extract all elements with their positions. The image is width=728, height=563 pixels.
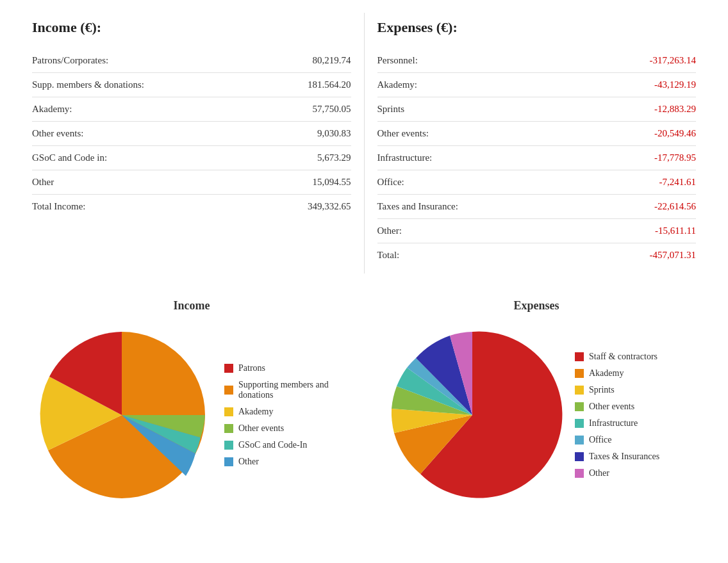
income-legend-label-other-events: Other events bbox=[238, 423, 284, 434]
income-row-other-events: Other events: 9,030.83 bbox=[32, 122, 351, 146]
income-pie-chart bbox=[32, 325, 211, 505]
expenses-label-personnel: Personnel: bbox=[377, 55, 418, 66]
income-value-gsoc: 5,673.29 bbox=[317, 152, 351, 163]
income-legend-other-events: Other events bbox=[224, 423, 351, 434]
income-label-akademy: Akademy: bbox=[32, 104, 72, 115]
expenses-legend-label-office: Office bbox=[589, 435, 612, 445]
income-value-total: 349,332.65 bbox=[308, 201, 351, 212]
expenses-chart-title: Expenses bbox=[513, 299, 559, 313]
expenses-row-other-events: Other events: -20,549.46 bbox=[377, 122, 697, 146]
income-legend-patrons: Patrons bbox=[224, 363, 351, 373]
expenses-value-other-events: -20,549.46 bbox=[654, 128, 696, 139]
expenses-value-taxes: -22,614.56 bbox=[654, 201, 696, 212]
income-row-gsoc: GSoC and Code in: 5,673.29 bbox=[32, 146, 351, 170]
income-legend-label-gsoc: GSoC and Code-In bbox=[238, 440, 307, 450]
expenses-legend-color-other-events bbox=[575, 402, 584, 411]
expenses-pie-chart bbox=[383, 325, 562, 505]
income-value-other-events: 9,030.83 bbox=[317, 128, 351, 139]
expenses-row-taxes: Taxes and Insurance: -22,614.56 bbox=[377, 195, 697, 219]
income-label-total: Total Income: bbox=[32, 201, 86, 212]
expenses-chart-area: Staff & contractors Akademy Sprints Othe… bbox=[383, 325, 690, 505]
income-label-supp: Supp. members & donations: bbox=[32, 79, 144, 90]
income-value-akademy: 57,750.05 bbox=[313, 104, 351, 115]
expenses-value-akademy: -43,129.19 bbox=[654, 79, 696, 90]
income-legend-akademy: Akademy bbox=[224, 407, 351, 417]
income-label-patrons: Patrons/Corporates: bbox=[32, 55, 108, 66]
income-chart-title: Income bbox=[174, 299, 210, 313]
expenses-legend-color-sprints bbox=[575, 386, 584, 395]
income-legend-color-gsoc bbox=[224, 441, 233, 450]
expenses-label-infra: Infrastructure: bbox=[377, 152, 433, 163]
income-label-other: Other bbox=[32, 177, 54, 188]
income-value-supp: 181.564.20 bbox=[308, 79, 351, 90]
expenses-legend-staff: Staff & contractors bbox=[575, 352, 690, 362]
income-label-other-events: Other events: bbox=[32, 128, 83, 139]
expenses-label-other: Other: bbox=[377, 225, 402, 236]
expenses-legend-label-sprints: Sprints bbox=[589, 385, 615, 395]
charts-section: Income bbox=[19, 293, 709, 511]
expenses-label-other-events: Other events: bbox=[377, 128, 429, 139]
income-label-gsoc: GSoC and Code in: bbox=[32, 152, 107, 163]
expenses-legend-color-akademy bbox=[575, 369, 584, 378]
top-section: Income (€): Patrons/Corporates: 80,219.7… bbox=[19, 13, 709, 273]
expenses-label-taxes: Taxes and Insurance: bbox=[377, 201, 458, 212]
expenses-legend-akademy: Akademy bbox=[575, 368, 690, 379]
income-legend-supp: Supporting members and donations bbox=[224, 380, 351, 400]
expenses-row-akademy: Akademy: -43,129.19 bbox=[377, 73, 697, 97]
expenses-legend-taxes: Taxes & Insurances bbox=[575, 452, 690, 462]
income-legend-label-akademy: Akademy bbox=[238, 407, 273, 417]
income-legend-color-patrons bbox=[224, 364, 233, 373]
expenses-legend-color-other bbox=[575, 469, 584, 478]
expenses-legend-office: Office bbox=[575, 435, 690, 445]
expenses-value-sprints: -12,883.29 bbox=[654, 104, 696, 115]
income-legend-label-supp: Supporting members and donations bbox=[238, 380, 351, 400]
expenses-legend-infra: Infrastructure bbox=[575, 418, 690, 428]
income-legend-label-patrons: Patrons bbox=[238, 363, 265, 373]
expenses-row-other: Other: -15,611.11 bbox=[377, 219, 697, 243]
expenses-table: Expenses (€): Personnel: -317,263.14 Aka… bbox=[365, 13, 709, 273]
expenses-legend-sprints: Sprints bbox=[575, 385, 690, 395]
expenses-legend-label-akademy: Akademy bbox=[589, 368, 624, 379]
expenses-value-office: -7,241.61 bbox=[659, 177, 697, 188]
expenses-chart-container: Expenses bbox=[364, 293, 709, 511]
expenses-legend: Staff & contractors Akademy Sprints Othe… bbox=[575, 352, 690, 478]
expenses-legend-label-infra: Infrastructure bbox=[589, 418, 638, 428]
expenses-row-sprints: Sprints -12,883.29 bbox=[377, 97, 697, 122]
income-chart-container: Income bbox=[19, 293, 364, 511]
expenses-legend-color-taxes bbox=[575, 452, 584, 461]
expenses-legend-color-office bbox=[575, 436, 584, 445]
expenses-label-sprints: Sprints bbox=[377, 104, 405, 115]
expenses-value-total: -457,071.31 bbox=[650, 250, 697, 261]
expenses-value-infra: -17,778.95 bbox=[654, 152, 696, 163]
expenses-value-personnel: -317,263.14 bbox=[650, 55, 697, 66]
expenses-value-other: -15,611.11 bbox=[655, 225, 696, 236]
expenses-label-total: Total: bbox=[377, 250, 400, 261]
income-legend-color-supp bbox=[224, 386, 233, 395]
page: Income (€): Patrons/Corporates: 80,219.7… bbox=[0, 0, 728, 563]
expenses-legend-other: Other bbox=[575, 468, 690, 478]
income-value-patrons: 80,219.74 bbox=[313, 55, 351, 66]
income-table: Income (€): Patrons/Corporates: 80,219.7… bbox=[19, 13, 364, 273]
expenses-label-akademy: Akademy: bbox=[377, 79, 417, 90]
expenses-title: Expenses (€): bbox=[377, 19, 697, 36]
income-legend-color-other-events bbox=[224, 424, 233, 433]
income-row-other: Other 15,094.55 bbox=[32, 170, 351, 195]
income-legend-color-other bbox=[224, 457, 233, 466]
expenses-legend-label-staff: Staff & contractors bbox=[589, 352, 658, 362]
expenses-row-personnel: Personnel: -317,263.14 bbox=[377, 49, 697, 73]
expenses-legend-other-events: Other events bbox=[575, 402, 690, 412]
expenses-legend-label-taxes: Taxes & Insurances bbox=[589, 452, 659, 462]
income-value-other: 15,094.55 bbox=[313, 177, 351, 188]
expenses-legend-label-other: Other bbox=[589, 468, 609, 478]
income-legend: Patrons Supporting members and donations… bbox=[224, 363, 351, 467]
income-legend-label-other: Other bbox=[238, 457, 259, 467]
expenses-row-infra: Infrastructure: -17,778.95 bbox=[377, 146, 697, 170]
expenses-legend-color-infra bbox=[575, 419, 584, 428]
income-row-akademy: Akademy: 57,750.05 bbox=[32, 97, 351, 122]
expenses-label-office: Office: bbox=[377, 177, 404, 188]
income-legend-color-akademy bbox=[224, 407, 233, 416]
expenses-legend-label-other-events: Other events bbox=[589, 402, 634, 412]
income-legend-other: Other bbox=[224, 457, 351, 467]
income-chart-area: Patrons Supporting members and donations… bbox=[32, 325, 351, 505]
expenses-row-office: Office: -7,241.61 bbox=[377, 170, 697, 195]
